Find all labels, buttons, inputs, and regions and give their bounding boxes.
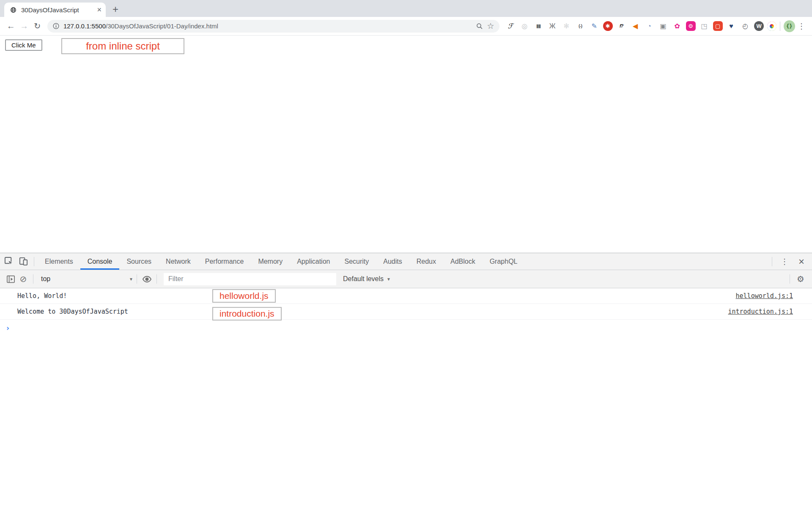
corner-tag-icon[interactable]: ◳ [699, 21, 710, 31]
console-sidebar-toggle-icon[interactable] [4, 275, 17, 283]
tab-strip: 30DaysOfJavaScript × + [0, 0, 812, 17]
chevron-down-icon: ▼ [129, 277, 133, 282]
url-path: /30DaysOfJavaScript/01-Day/index.html [106, 22, 218, 30]
devtools-tab-memory[interactable]: Memory [251, 253, 290, 270]
device-toolbar-icon[interactable] [16, 257, 30, 266]
tab-title: 30DaysOfJavaScript [21, 6, 93, 14]
inspect-element-icon[interactable] [2, 257, 16, 266]
clock-icon[interactable]: ◴ [740, 21, 751, 31]
profile-avatar[interactable]: {} [784, 20, 795, 32]
log-levels-label: Default levels [343, 275, 384, 283]
columns-icon[interactable]: ▮▮ [533, 21, 544, 31]
inline-script-annotation-text: from inline script [86, 40, 160, 52]
devtools-separator [34, 257, 34, 266]
chevron-down-icon: ▼ [387, 277, 391, 282]
javascript-context-select[interactable]: top ▼ [41, 275, 133, 283]
devtools-tab-network[interactable]: Network [159, 253, 198, 270]
console-settings-gear-icon[interactable]: ⚙ [797, 274, 804, 284]
console-filter-input[interactable] [164, 273, 336, 285]
stop-hand-icon[interactable]: ✱ [603, 21, 613, 31]
devtools-tab-performance[interactable]: Performance [198, 253, 251, 270]
url-host: 127.0.0.1:5500 [63, 22, 106, 30]
inline-script-annotation-box: from inline script [61, 38, 184, 54]
browser-menu-kebab-icon[interactable]: ⋮ [798, 22, 805, 30]
devtools-tabbar: ElementsConsoleSourcesNetworkPerformance… [0, 253, 812, 270]
camera-icon[interactable]: ▣ [658, 21, 669, 31]
braces-icon[interactable]: (-) [575, 21, 586, 31]
console-message-text: Welcome to 30DaysOfJavaScript [17, 308, 128, 315]
tab-close-icon[interactable]: × [97, 6, 102, 14]
devtools-tab-sources[interactable]: Sources [119, 253, 159, 270]
fonts-ninja-icon[interactable]: ℱ [505, 21, 516, 31]
console-toolbar-separator [790, 274, 790, 284]
onetab-icon[interactable]: ▢ [713, 21, 723, 31]
color-ring-icon[interactable] [767, 22, 776, 31]
devtools-tab-audits[interactable]: Audits [376, 253, 409, 270]
console-toolbar-separator [137, 274, 137, 284]
lens-icon[interactable]: ◎ [519, 21, 530, 31]
flower-icon[interactable]: ✿ [672, 21, 683, 31]
console-message-text: Hello, World! [17, 292, 67, 300]
devtools-tab-console[interactable]: Console [80, 253, 120, 270]
forward-icon[interactable]: → [17, 21, 30, 31]
console-messages: Hello, World!helloworld.jshelloworld.js:… [0, 288, 812, 320]
swirl-icon[interactable]: ◔ [644, 21, 655, 31]
browser-tab[interactable]: 30DaysOfJavaScript × [4, 3, 106, 17]
bookmark-star-icon[interactable]: ☆ [487, 21, 494, 31]
page-viewport: Click Me from inline script [0, 36, 812, 253]
browser-toolbar: ← → ↻ 127.0.0.1:5500/30DaysOfJavaScript/… [0, 17, 812, 36]
console-message-row: Welcome to 30DaysOfJavaScriptintroductio… [0, 304, 812, 320]
molecule-icon[interactable]: ✻ [561, 21, 572, 31]
console-message-row: Hello, World!helloworld.jshelloworld.js:… [0, 288, 812, 304]
annotation-badge: introduction.js [212, 307, 282, 320]
click-me-button[interactable]: Click Me [5, 39, 42, 51]
pink-gear-icon[interactable]: ⚙ [686, 21, 696, 31]
new-tab-button[interactable]: + [112, 5, 118, 14]
bug-icon[interactable]: Ж [547, 21, 558, 31]
console-prompt[interactable]: › [0, 320, 812, 332]
eyedropper-icon[interactable]: ✎ [589, 21, 600, 31]
extensions-row: ℱ◎▮▮Ж✻(-)✎✱f?◀◔▣✿⚙◳▢♥◴W [505, 21, 776, 31]
back-icon[interactable]: ← [4, 21, 17, 31]
console-toolbar: ⊘ top ▼ Default levels ▼ ⚙ [0, 270, 812, 288]
devtools-tab-graphql[interactable]: GraphQL [483, 253, 525, 270]
toolbar-separator [780, 22, 780, 31]
devtools-tab-application[interactable]: Application [290, 253, 337, 270]
devtools-tab-security[interactable]: Security [337, 253, 376, 270]
annotation-badge: helloworld.js [212, 289, 276, 303]
devtools-tab-adblock[interactable]: AdBlock [443, 253, 483, 270]
console-toolbar-separator [33, 274, 33, 284]
live-expression-eye-icon[interactable] [140, 274, 153, 284]
source-location-link[interactable]: helloworld.js:1 [736, 292, 793, 300]
devtools-tab-redux[interactable]: Redux [409, 253, 443, 270]
fn-question-icon[interactable]: f? [616, 21, 627, 31]
globe-favicon-icon [10, 6, 17, 14]
reload-icon[interactable]: ↻ [31, 21, 44, 31]
devtools-right-controls: ⋮ × [768, 257, 809, 267]
w-circle-icon[interactable]: W [754, 21, 764, 31]
devtools-menu-kebab-icon[interactable]: ⋮ [776, 257, 793, 266]
zoom-magnifier-icon[interactable] [476, 22, 483, 30]
url-text[interactable]: 127.0.0.1:5500/30DaysOfJavaScript/01-Day… [63, 22, 472, 30]
source-location-link[interactable]: introduction.js:1 [728, 308, 793, 315]
devtools-tab-elements[interactable]: Elements [38, 253, 80, 270]
log-levels-select[interactable]: Default levels ▼ [343, 275, 391, 283]
devtools-panel: ElementsConsoleSourcesNetworkPerformance… [0, 253, 812, 332]
devtools-tabs: ElementsConsoleSourcesNetworkPerformance… [38, 253, 524, 270]
devtools-close-icon[interactable]: × [793, 257, 809, 267]
megaphone-icon[interactable]: ◀ [630, 21, 641, 31]
address-bar[interactable]: 127.0.0.1:5500/30DaysOfJavaScript/01-Day… [47, 20, 499, 33]
console-prompt-chevron-icon: › [5, 323, 10, 332]
console-toolbar-separator [156, 274, 157, 284]
info-icon[interactable] [52, 22, 60, 30]
devtools-separator [772, 257, 772, 266]
heart-search-icon[interactable]: ♥ [726, 21, 737, 31]
clear-console-icon[interactable]: ⊘ [17, 274, 30, 284]
context-label: top [41, 275, 50, 283]
